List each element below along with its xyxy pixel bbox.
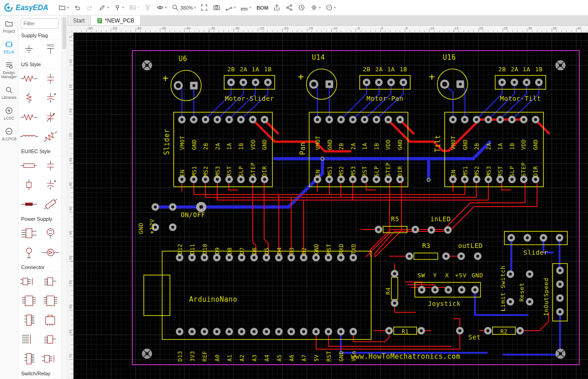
bom-button[interactable]: BOM (254, 2, 270, 14)
silkscreen-text[interactable]: D4 (276, 247, 283, 254)
silkscreen-text[interactable]: 1A (252, 66, 260, 73)
silkscreen-text[interactable]: MS1 (191, 166, 198, 177)
silkscreen-text[interactable]: STEP (385, 162, 391, 177)
pcb-pad[interactable] (325, 254, 332, 261)
view-button[interactable]: ▾ (154, 2, 169, 14)
zoom-button[interactable]: 380%▾ (170, 2, 198, 14)
pcb-pad[interactable] (497, 116, 504, 123)
silkscreen-text[interactable]: RST (326, 351, 332, 362)
silkscreen-text[interactable]: 1A (497, 143, 503, 150)
silkscreen-text[interactable]: +12V (148, 219, 155, 234)
silkscreen-text[interactable]: MS2 (474, 166, 480, 177)
rail-item-design-manager[interactable]: Design Manager (0, 61, 18, 80)
pcb-pad[interactable] (238, 254, 245, 261)
silkscreen-text[interactable]: 2B (203, 143, 209, 150)
silkscreen-text[interactable]: RXD (338, 244, 345, 254)
silkscreen-text[interactable]: SW (418, 272, 425, 279)
pcb-pad[interactable] (201, 254, 208, 261)
pcb-pad[interactable] (238, 328, 245, 335)
silkscreen-text[interactable]: RST (362, 166, 368, 177)
palette-item-conn-rj[interactable] (40, 310, 62, 330)
pcb-pad[interactable] (444, 226, 452, 234)
silkscreen-text[interactable]: GND (261, 139, 268, 150)
silkscreen-text[interactable]: RST (497, 166, 503, 177)
silkscreen-text[interactable]: STEP (520, 162, 527, 177)
silkscreen-text[interactable]: REF (202, 351, 208, 362)
pcb-pad[interactable] (174, 81, 183, 90)
image-button[interactable]: ▾ (127, 2, 141, 14)
pcb-pad[interactable] (325, 328, 332, 335)
brush-button[interactable] (142, 2, 153, 14)
pcb-pad[interactable] (190, 116, 198, 123)
palette-item-conn-strip[interactable] (18, 349, 40, 368)
silkscreen-text[interactable]: GND (338, 351, 345, 362)
pcb-pad[interactable] (375, 226, 382, 233)
app-logo[interactable]: EasyEDA (4, 3, 48, 12)
silkscreen-text[interactable]: Motor-Tilt (500, 95, 541, 102)
silkscreen-text[interactable]: outLED (458, 242, 483, 249)
pcb-pad[interactable] (375, 79, 383, 86)
pcb-pad[interactable] (406, 253, 413, 260)
pcb-pad[interactable] (507, 298, 514, 305)
pcb-pad[interactable] (252, 79, 259, 86)
silkscreen-text[interactable]: VMOT (315, 136, 321, 150)
silkscreen-text[interactable]: SLP (238, 166, 244, 177)
pcb-pad[interactable] (337, 254, 345, 261)
silkscreen-text[interactable]: VDD (385, 139, 391, 150)
silkscreen-text[interactable]: 1B (400, 66, 407, 73)
silkscreen-text[interactable]: R4 (384, 287, 391, 295)
pcb-pad[interactable] (458, 253, 465, 260)
silkscreen-text[interactable]: R2 (500, 328, 507, 335)
silkscreen-text[interactable]: Joystick (428, 300, 461, 307)
pcb-pad[interactable] (361, 116, 368, 123)
pcb-pad[interactable] (526, 298, 533, 305)
rail-item-project[interactable]: Project (0, 19, 18, 34)
palette-item-res-eu[interactable] (18, 156, 40, 175)
rail-item-jlcpcb[interactable]: JLCPCB (0, 127, 18, 142)
pin-button[interactable]: ▾ (112, 2, 126, 14)
silkscreen-text[interactable]: A1 (226, 355, 233, 362)
edit-button[interactable]: ▾ (96, 2, 111, 14)
silkscreen-text[interactable]: GND (472, 272, 483, 279)
rail-item-libraries[interactable]: Libraries (0, 86, 18, 100)
pcb-pad[interactable] (250, 328, 258, 335)
pcb-pad[interactable] (485, 116, 492, 123)
silkscreen-text[interactable]: ON/OFF (181, 211, 205, 218)
silkscreen-text[interactable]: VMOT (179, 136, 186, 150)
palette-item-conn-pins[interactable] (18, 330, 40, 349)
pcb-pad[interactable] (213, 254, 220, 261)
pcb-pad[interactable] (363, 79, 370, 86)
palette-item-cap-v[interactable] (40, 69, 62, 88)
help-button[interactable]: ?▾ (323, 2, 338, 14)
palette-item-res-eu-v[interactable] (18, 175, 40, 195)
silkscreen-text[interactable]: A2 (239, 355, 245, 362)
pcb-pad[interactable] (250, 254, 258, 261)
pcb-pad[interactable] (312, 328, 320, 335)
silkscreen-text[interactable]: A6 (288, 355, 295, 362)
pcb-pad[interactable] (445, 286, 452, 293)
silkscreen-text[interactable]: MS2 (203, 166, 209, 177)
silkscreen-text[interactable]: MS3 (350, 166, 356, 177)
pcb-pad[interactable] (300, 254, 307, 261)
silkscreen-text[interactable]: 2B (227, 66, 235, 73)
silkscreen-text[interactable]: 5V (313, 355, 320, 362)
silkscreen-text[interactable]: 2A (486, 143, 492, 150)
pcb-pad[interactable] (516, 327, 524, 334)
silkscreen-text[interactable]: TXD (351, 244, 357, 254)
silkscreen-text[interactable]: 2A (215, 143, 221, 150)
silkscreen-text[interactable]: www.HowToMechatronics.com (351, 352, 460, 361)
silkscreen-text[interactable]: D12 (177, 244, 183, 254)
silkscreen-text[interactable]: 2B (338, 143, 345, 150)
pcb-pad[interactable] (440, 80, 449, 89)
pcb-pad[interactable] (535, 79, 543, 86)
palette-item-conn-socket[interactable] (40, 272, 62, 291)
pcb-pad[interactable] (391, 270, 398, 277)
pcb-pad[interactable] (213, 328, 220, 335)
silkscreen-text[interactable]: 1A (226, 143, 232, 150)
palette-item-vcc[interactable]: VCC (40, 40, 62, 59)
pcb-pad[interactable] (288, 328, 295, 335)
palette-item-gnd[interactable] (18, 40, 40, 59)
pcb-pad[interactable] (474, 253, 481, 260)
silkscreen-text[interactable]: 1B (535, 66, 543, 73)
pcb-pad[interactable] (484, 327, 492, 334)
